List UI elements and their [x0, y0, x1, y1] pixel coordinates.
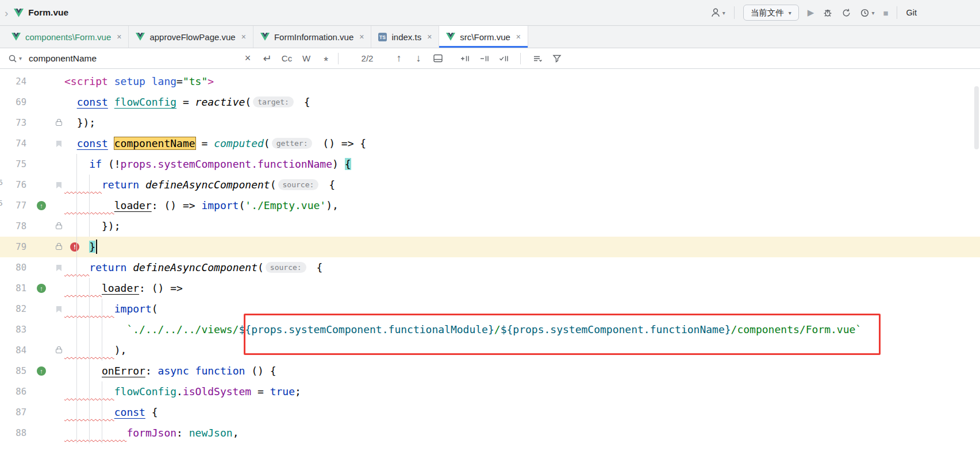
code-text[interactable]: const flowConfig = reactive(target: { — [64, 92, 980, 113]
whole-words-toggle[interactable]: W — [299, 51, 314, 66]
stop-button[interactable]: ■ — [883, 8, 888, 18]
line-number[interactable]: 74 — [0, 133, 26, 154]
override-gutter-icon[interactable]: ↑ — [37, 284, 46, 293]
line-number[interactable]: 76 — [0, 175, 26, 195]
search-options-button[interactable] — [530, 51, 545, 66]
line-number[interactable]: 79 — [0, 237, 26, 257]
line-number[interactable]: 75 — [0, 154, 26, 175]
window-title: Form.vue — [28, 7, 68, 18]
tab-bar: components\Form.vue×approveFlowPage.vue×… — [0, 26, 980, 48]
line-number[interactable]: 85 — [0, 361, 26, 381]
line-number[interactable]: 82 — [0, 299, 26, 319]
code-text[interactable]: onError: async function () { — [64, 361, 980, 381]
run-button[interactable]: ▶ — [808, 7, 814, 18]
editor-line-81[interactable]: 81↑ loader: () => — [0, 278, 980, 299]
line-number[interactable]: 69 — [0, 92, 26, 113]
line-number[interactable]: 88 — [0, 423, 26, 443]
code-token — [64, 282, 102, 294]
code-token: ( — [270, 179, 276, 191]
code-text[interactable]: const componentName = computed(getter: (… — [64, 133, 980, 154]
editor-line-80[interactable]: 80 return defineAsyncComponent(source: { — [0, 257, 980, 278]
filter-search-button[interactable] — [549, 51, 564, 66]
user-menu-button[interactable]: ▾ — [710, 7, 725, 18]
code-text[interactable]: loader: () => — [64, 278, 980, 299]
code-text[interactable]: if (!props.systemComponent.functionName)… — [64, 154, 980, 175]
code-text[interactable]: return defineAsyncComponent(source: { — [64, 257, 980, 278]
code-text[interactable]: loader: () => import('./Empty.vue'), — [64, 195, 980, 216]
prev-match-button[interactable]: ↑ — [391, 51, 406, 66]
close-icon[interactable]: × — [241, 32, 246, 41]
editor-line-77[interactable]: 77↑ loader: () => import('./Empty.vue'), — [0, 195, 980, 216]
match-case-toggle[interactable]: Cc — [279, 51, 294, 66]
rerun-button[interactable] — [841, 8, 851, 18]
error-icon[interactable]: ! — [70, 242, 79, 252]
line-number[interactable]: 81 — [0, 278, 26, 299]
line-number[interactable]: 77 — [0, 195, 26, 216]
editor-line-79[interactable]: 79! } — [0, 237, 980, 257]
code-text[interactable]: } — [64, 237, 980, 257]
remove-occurrence-button[interactable] — [476, 51, 491, 66]
editor-line-78[interactable]: 78 }); — [0, 216, 980, 237]
select-all-occurrences-button[interactable] — [496, 51, 511, 66]
chevron-down-icon: ▾ — [789, 10, 791, 16]
editor-line-88[interactable]: 88 formJson: newJson, — [0, 423, 980, 443]
code-text[interactable]: flowConfig.isOldSystem = true; — [64, 381, 980, 402]
code-token: () { — [245, 365, 276, 377]
close-icon[interactable]: × — [427, 32, 432, 41]
code-text[interactable]: return defineAsyncComponent(source: { — [64, 175, 980, 195]
newline-icon[interactable]: ↵ — [260, 51, 275, 66]
editor-line-75[interactable]: 75 if (!props.systemComponent.functionNa… — [0, 154, 980, 175]
code-text[interactable]: const { — [64, 402, 980, 423]
line-number[interactable]: 80 — [0, 257, 26, 278]
override-gutter-icon[interactable]: ↑ — [37, 201, 46, 210]
editor-line-85[interactable]: 85↑ onError: async function () { — [0, 361, 980, 381]
line-number[interactable]: 83 — [0, 319, 26, 340]
editor-line-87[interactable]: 87 const { — [0, 402, 980, 423]
next-match-button[interactable]: ↓ — [411, 51, 426, 66]
line-number[interactable]: 24 — [0, 71, 26, 92]
scrollbar-thumb[interactable] — [974, 86, 979, 149]
editor-line-76[interactable]: 76 return defineAsyncComponent(source: { — [0, 175, 980, 195]
override-gutter-icon[interactable]: ↑ — [37, 366, 46, 376]
mark-gutter-icon — [56, 306, 62, 312]
add-occurrence-button[interactable] — [457, 51, 472, 66]
editor-line-73[interactable]: 73 }); — [0, 113, 980, 133]
editor-line-74[interactable]: 74 const componentName = computed(getter… — [0, 133, 980, 154]
code-token: <script — [64, 75, 108, 87]
breadcrumb-chevron-icon[interactable]: › — [3, 7, 9, 18]
editor[interactable]: 24<script setup lang="ts">69 const flowC… — [0, 69, 980, 471]
tab-approveflowpage-vue[interactable]: approveFlowPage.vue× — [129, 26, 253, 48]
code-token: const — [77, 137, 108, 149]
line-number[interactable]: 73 — [0, 113, 26, 133]
editor-line-86[interactable]: 86 flowConfig.isOldSystem = true; — [0, 381, 980, 402]
open-in-tool-window-button[interactable] — [431, 51, 445, 66]
search-input[interactable]: componentName — [29, 53, 236, 64]
code-text[interactable]: }); — [64, 216, 980, 237]
line-number[interactable]: 84 — [0, 340, 26, 361]
clear-search-icon[interactable]: × — [240, 51, 255, 66]
line-number[interactable]: 87 — [0, 402, 26, 423]
code-token: : — [145, 365, 158, 377]
run-history-button[interactable]: ▾ — [860, 8, 874, 18]
close-icon[interactable]: × — [359, 32, 364, 41]
code-token — [108, 137, 114, 149]
line-number[interactable]: 78 — [0, 216, 26, 237]
code-text[interactable]: formJson: newJson, — [64, 423, 980, 443]
editor-line-24[interactable]: 24<script setup lang="ts"> — [0, 71, 980, 92]
search-mode-button[interactable]: ▾ — [8, 54, 22, 63]
close-icon[interactable]: × — [117, 32, 121, 41]
tab-forminformation-vue[interactable]: FormInformation.vue× — [253, 26, 372, 48]
code-text[interactable]: <script setup lang="ts"> — [64, 71, 980, 92]
tab-src-form-vue[interactable]: src\Form.vue× — [439, 26, 528, 48]
debug-button[interactable] — [823, 7, 833, 18]
editor-line-69[interactable]: 69 const flowConfig = reactive(target: { — [0, 92, 980, 113]
run-config-selector[interactable]: 当前文件 ▾ — [743, 5, 799, 21]
close-icon[interactable]: × — [516, 32, 521, 41]
regex-toggle[interactable]: * — [318, 51, 333, 66]
indent-guide — [76, 154, 77, 443]
tab-index-ts[interactable]: TSindex.ts× — [371, 26, 439, 48]
code-text[interactable]: }); — [64, 113, 980, 133]
git-menu[interactable]: Git — [906, 8, 917, 17]
tab-components-form-vue[interactable]: components\Form.vue× — [5, 26, 129, 48]
line-number[interactable]: 86 — [0, 381, 26, 402]
